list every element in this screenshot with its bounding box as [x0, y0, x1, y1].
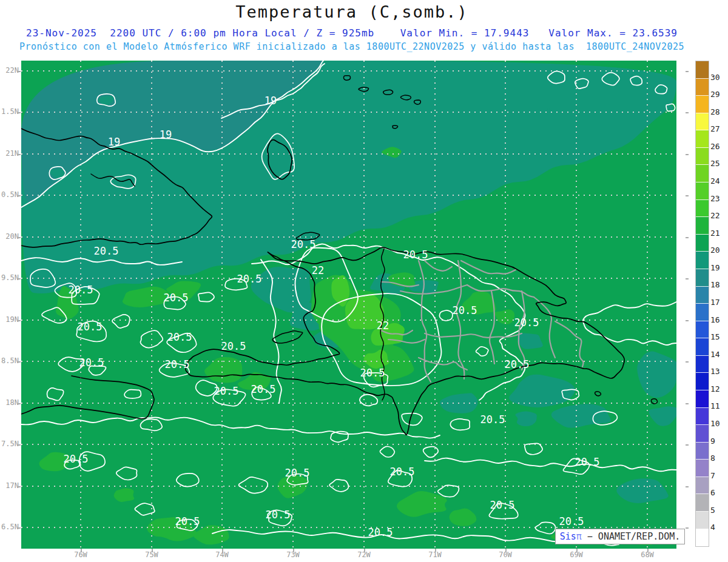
colorbar-segment [696, 443, 709, 460]
y-tick [18, 527, 21, 529]
contour-label: 20.5 [94, 245, 119, 257]
y-tick-right [686, 486, 689, 487]
contour-label: 20.5 [167, 331, 192, 343]
colorbar-segment [696, 113, 709, 131]
contour-label: 20.5 [453, 304, 477, 316]
contour-label: 22 [377, 319, 389, 332]
colorbar-segment [696, 269, 709, 287]
colorbar-tick-label: 15 [710, 332, 720, 341]
colorbar-tick-label: 6 [710, 488, 715, 497]
colorbar-tick-label: 21 [710, 229, 720, 238]
y-tick [18, 112, 21, 113]
x-tick [222, 549, 223, 552]
colorbar-tick-label: 7 [710, 471, 715, 480]
y-tick [18, 444, 21, 446]
colorbar-segment [696, 321, 709, 339]
contour-label: 20.5 [285, 467, 310, 479]
colorbar-segment [696, 373, 709, 390]
contour-label: 20.5 [266, 509, 291, 521]
contour-label: 19 [265, 95, 277, 107]
contour-label: 20.5 [403, 249, 428, 261]
y-tick [18, 361, 21, 363]
y-tick [18, 403, 21, 404]
y-tick-label: 20N [0, 232, 19, 241]
colorbar-tick-label: 28 [710, 107, 720, 116]
x-tick-label: 72W [354, 550, 374, 559]
contour-label: 22 [312, 264, 324, 276]
contour-label: 20.5 [214, 385, 239, 397]
x-tick [647, 549, 649, 552]
x-tick [364, 549, 365, 552]
contour-label: 20.5 [559, 515, 584, 527]
y-tick-right [686, 320, 689, 321]
colorbar-tick-label: 12 [710, 384, 720, 393]
colorbar-segment [696, 494, 709, 512]
contour-label: 20.5 [64, 453, 89, 465]
y-tick-label: 0.5N [0, 190, 19, 199]
x-tick-label: 76W [70, 550, 91, 559]
y-tick-label: 17N [0, 481, 19, 490]
colorbar-segment [696, 477, 709, 495]
colorbar-segment [696, 217, 709, 235]
watermark-brand: Sis [560, 531, 576, 542]
contour-label: 19 [108, 136, 120, 148]
subtitle-model-info: Pronóstico con el Modelo Atmósferico WRF… [0, 41, 704, 52]
colorbar-segment [696, 79, 709, 96]
y-tick-right [686, 444, 689, 446]
colorbar-tick-label: 26 [710, 142, 720, 151]
x-tick-label: 69W [566, 550, 587, 559]
contour-label: 20.5 [78, 321, 103, 333]
colorbar-tick-label: 11 [710, 401, 720, 410]
colorbar-segment [696, 200, 709, 218]
y-tick-right [686, 403, 689, 404]
colorbar-segment [696, 304, 709, 321]
colorbar-tick-label: 22 [710, 211, 720, 220]
x-tick-label: 71W [425, 550, 445, 559]
colorbar-segment [696, 529, 709, 547]
y-tick-label: 22N [0, 66, 19, 75]
colorbar-segment [696, 148, 709, 166]
colorbar-tick-label: 25 [710, 159, 720, 168]
y-tick-label: 9.5N [0, 273, 19, 282]
y-tick [18, 278, 21, 279]
colorbar-tick-label: 29 [710, 90, 720, 99]
watermark-text: − ONAMET/REP.DOM. [582, 531, 681, 542]
colorbar-segment [696, 130, 709, 148]
x-tick [435, 549, 436, 552]
contour-label: 20.5 [514, 316, 539, 329]
x-tick-label: 75W [141, 550, 162, 559]
colorbar-segment [696, 235, 709, 252]
colorbar-tick-label: 27 [710, 124, 720, 133]
contour-label: 20.5 [291, 238, 316, 250]
map-canvas: 191919222220.520.520.520.520.520.520.520… [21, 61, 676, 549]
colorbar-segment [696, 182, 709, 200]
colorbar-segment [696, 252, 709, 269]
colorbar-tick-label: 10 [710, 419, 720, 428]
x-tick [152, 549, 153, 552]
colorbar-tick-label: 17 [710, 298, 720, 307]
colorbar-segment [696, 165, 709, 182]
colorbar-tick-label: 9 [710, 437, 715, 446]
colorbar-tick-label: 8 [710, 453, 715, 463]
y-tick-label: 19N [0, 315, 19, 324]
contour-label: 20.5 [251, 383, 276, 395]
colorbar-segment [696, 356, 709, 373]
weather-map-page: { "header": { "title": "Temperatura (C,s… [0, 0, 728, 562]
contour-label: 20.5 [368, 526, 393, 538]
colorbar-segment [696, 425, 709, 443]
x-tick [505, 549, 507, 552]
contour-label: 20.5 [79, 356, 104, 369]
y-tick-right [686, 237, 689, 238]
colorbar-tick-label: 4 [710, 523, 715, 532]
y-tick [18, 71, 21, 72]
colorbar-tick-label: 5 [710, 506, 715, 515]
y-tick-right [686, 278, 689, 279]
colorbar-tick-label: 23 [710, 194, 720, 203]
y-tick [18, 486, 21, 487]
subtitle-validtime: 23-Nov-2025 2200 UTC / 6:00 pm Hora Loca… [0, 27, 704, 39]
y-tick [18, 195, 21, 196]
colorbar-tick-label: 20 [710, 246, 720, 255]
y-tick-label: 18N [0, 398, 19, 407]
y-tick-label: 1.5N [0, 107, 19, 116]
contour-label: 20.5 [360, 367, 385, 379]
